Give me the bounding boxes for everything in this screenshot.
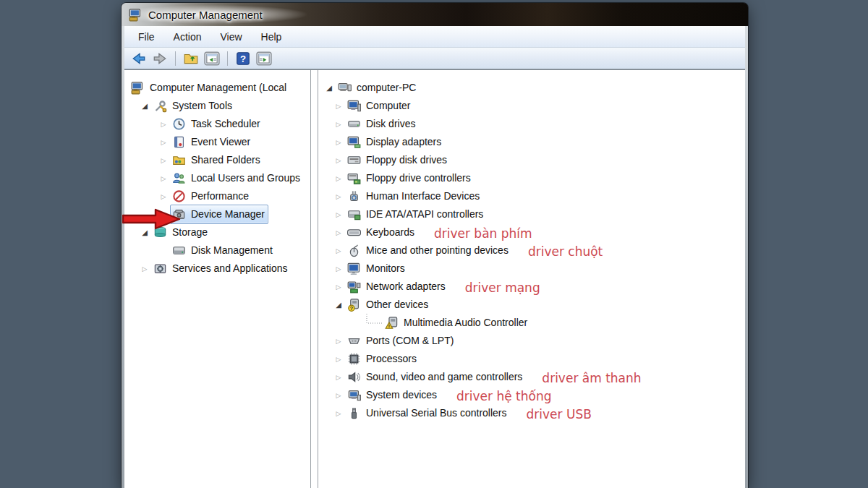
tree-collapsed-expander-icon[interactable]: ▷ xyxy=(138,265,151,273)
network-adapter-icon xyxy=(347,280,362,294)
tree-item-other-devices[interactable]: ◢?Other devices xyxy=(332,296,745,314)
tree-collapsed-expander-icon[interactable]: ▷ xyxy=(157,157,170,164)
item-body[interactable]: Floppy drive controllers xyxy=(345,168,475,188)
tree-item-mice-and-other-pointing-devices[interactable]: ▷Mice and other pointing devicesdriver c… xyxy=(332,241,745,260)
tree-item-system-devices[interactable]: ▷System devicesdriver hệ thống xyxy=(332,386,745,404)
tree-item-disk-drives[interactable]: ▷Disk drives xyxy=(332,115,745,133)
menu-action[interactable]: Action xyxy=(164,26,211,48)
tree-item-disk-management[interactable]: Disk Management xyxy=(157,241,310,260)
tree-item-display-adapters[interactable]: ▷Display adapters xyxy=(332,133,745,151)
item-body[interactable]: IDE ATA/ATAPI controllers xyxy=(345,205,487,224)
tree-expanded-expander-icon[interactable]: ◢ xyxy=(323,84,336,92)
tree-item-computer[interactable]: ▷Computer xyxy=(332,97,745,115)
tree-item-human-interface-devices[interactable]: ▷Human Interface Devices xyxy=(332,187,745,205)
tree-collapsed-expander-icon[interactable]: ▷ xyxy=(332,247,345,254)
task-scheduler-icon xyxy=(172,117,187,131)
tree-collapsed-expander-icon[interactable]: ▷ xyxy=(332,211,345,218)
forward-button[interactable] xyxy=(151,50,169,67)
tree-item-universal-serial-bus-controllers[interactable]: ▷Universal Serial Bus controllersdriver … xyxy=(332,404,745,422)
tree-item-computer-pc[interactable]: ◢computer-PC xyxy=(323,79,745,97)
item-body[interactable]: Universal Serial Bus controllers xyxy=(345,403,511,423)
tree-item-services-and-applications[interactable]: ▷Services and Applications xyxy=(138,260,310,278)
item-body[interactable]: Display adapters xyxy=(345,132,445,152)
item-body[interactable]: Ports (COM & LPT) xyxy=(345,331,457,351)
tree-collapsed-expander-icon[interactable]: ▷ xyxy=(332,157,345,164)
item-body[interactable]: Mice and other pointing devices xyxy=(345,241,512,260)
tree-item-label: computer-PC xyxy=(357,80,416,96)
tree-item-processors[interactable]: ▷Processors xyxy=(332,350,745,368)
console-window-toggle-button[interactable] xyxy=(203,50,221,67)
item-body[interactable]: computer-PC xyxy=(336,78,420,98)
tree-collapsed-expander-icon[interactable]: ▷ xyxy=(332,265,345,273)
tree-collapsed-expander-icon[interactable]: ▷ xyxy=(332,175,345,182)
tree-collapsed-expander-icon[interactable]: ▷ xyxy=(332,283,345,291)
mouse-icon xyxy=(347,244,362,257)
item-body[interactable]: Event Viewer xyxy=(170,132,254,152)
item-body[interactable]: System devices xyxy=(345,385,441,405)
tree-expanded-expander-icon[interactable]: ◢ xyxy=(332,301,345,309)
tree-collapsed-expander-icon[interactable]: ▷ xyxy=(157,121,170,128)
tree-collapsed-expander-icon[interactable]: ▷ xyxy=(157,175,170,182)
item-body[interactable]: Keyboards xyxy=(345,223,418,242)
tree-item-ports-com-lpt[interactable]: ▷Ports (COM & LPT) xyxy=(332,332,745,350)
item-body[interactable]: Multimedia Audio Controller xyxy=(383,313,531,333)
tree-item-multimedia-audio-controller[interactable]: Multimedia Audio Controller xyxy=(351,314,745,332)
item-body[interactable]: Performance xyxy=(170,187,252,206)
tree-item-system-tools[interactable]: ◢System Tools xyxy=(138,97,310,115)
item-body[interactable]: Local Users and Groups xyxy=(170,168,304,188)
tree-collapsed-expander-icon[interactable]: ▷ xyxy=(332,139,345,146)
item-body[interactable]: System Tools xyxy=(151,96,236,116)
tree-item-keyboards[interactable]: ▷Keyboardsdriver bàn phím xyxy=(332,223,745,241)
pane-splitter[interactable] xyxy=(311,70,318,488)
item-body[interactable]: Services and Applications xyxy=(151,259,292,278)
tree-collapsed-expander-icon[interactable]: ▷ xyxy=(332,392,345,399)
tree-collapsed-expander-icon[interactable]: ▷ xyxy=(332,229,345,236)
tree-item-network-adapters[interactable]: ▷Network adaptersdriver mạng xyxy=(332,278,745,296)
tree-collapsed-expander-icon[interactable]: ▷ xyxy=(157,139,170,146)
tree-collapsed-expander-icon[interactable]: ▷ xyxy=(332,193,345,200)
tree-collapsed-expander-icon[interactable]: ▷ xyxy=(332,374,345,381)
tree-item-local-users-and-groups[interactable]: ▷Local Users and Groups xyxy=(157,169,310,187)
item-body[interactable]: Floppy disk drives xyxy=(345,150,451,170)
action-pane-toggle-button[interactable] xyxy=(255,50,273,67)
item-body[interactable]: Processors xyxy=(345,349,420,369)
menu-file[interactable]: File xyxy=(129,26,164,48)
title-bar[interactable]: Computer Management xyxy=(122,3,748,26)
tree-item-ide-ata-atapi-controllers[interactable]: ▷IDE ATA/ATAPI controllers xyxy=(332,205,745,223)
item-body[interactable]: Disk Management xyxy=(170,241,276,260)
item-body[interactable]: Sound, video and game controllers xyxy=(345,367,526,387)
tree-collapsed-expander-icon[interactable]: ▷ xyxy=(332,356,345,363)
tree-item-performance[interactable]: ▷Performance xyxy=(157,187,310,205)
item-body[interactable]: Task Scheduler xyxy=(170,114,264,134)
item-body[interactable]: ?Other devices xyxy=(345,295,432,314)
help-button[interactable]: ? xyxy=(234,50,252,67)
tree-item-computer-management-local[interactable]: Computer Management (Local xyxy=(129,79,310,97)
menu-view[interactable]: View xyxy=(210,26,251,48)
back-button[interactable] xyxy=(130,50,148,67)
tree-item-floppy-disk-drives[interactable]: ▷Floppy disk drives xyxy=(332,151,745,169)
tree-item-shared-folders[interactable]: ▷Shared Folders xyxy=(157,151,310,169)
item-body[interactable]: Monitors xyxy=(345,259,409,278)
item-body[interactable]: Human Interface Devices xyxy=(345,187,483,206)
item-body[interactable]: Computer xyxy=(345,96,414,116)
item-body[interactable]: Computer Management (Local xyxy=(129,78,290,98)
tree-collapsed-expander-icon[interactable]: ▷ xyxy=(332,410,345,417)
tree-collapsed-expander-icon[interactable]: ▷ xyxy=(332,338,345,345)
tree-item-sound-video-and-game-controllers[interactable]: ▷Sound, video and game controllersdriver… xyxy=(332,368,745,386)
menu-help[interactable]: Help xyxy=(252,26,292,48)
selected-item-body[interactable]: Device Manager xyxy=(170,205,268,224)
tree-collapsed-expander-icon[interactable]: ▷ xyxy=(157,193,170,200)
tree-collapsed-expander-icon[interactable]: ▷ xyxy=(332,103,345,110)
disk-management-icon xyxy=(172,244,187,257)
tree-expanded-expander-icon[interactable]: ◢ xyxy=(138,102,151,110)
tree-item-monitors[interactable]: ▷Monitors xyxy=(332,260,745,278)
show-console-tree-button[interactable] xyxy=(182,50,200,67)
item-body[interactable]: Disk drives xyxy=(345,114,419,134)
tree-item-task-scheduler[interactable]: ▷Task Scheduler xyxy=(157,115,310,133)
item-body[interactable]: Shared Folders xyxy=(170,150,264,170)
tree-item-event-viewer[interactable]: ▷Event Viewer xyxy=(157,133,310,151)
tree-item-label: Shared Folders xyxy=(191,152,260,168)
tree-item-floppy-drive-controllers[interactable]: ▷Floppy drive controllers xyxy=(332,169,745,187)
tree-collapsed-expander-icon[interactable]: ▷ xyxy=(332,121,345,128)
item-body[interactable]: Network adapters xyxy=(345,277,449,296)
